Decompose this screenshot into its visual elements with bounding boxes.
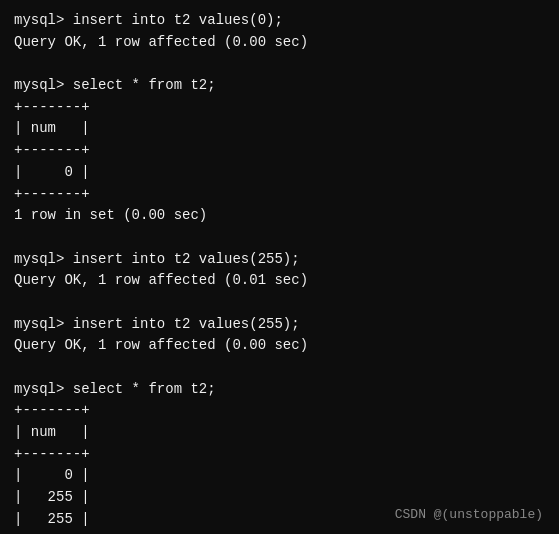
terminal-line: Query OK, 1 row affected (0.01 sec) — [14, 270, 545, 292]
terminal-line: mysql> select * from t2; — [14, 75, 545, 97]
terminal-line: mysql> insert into t2 values(255); — [14, 314, 545, 336]
terminal-line: 1 row in set (0.00 sec) — [14, 205, 545, 227]
terminal-line: mysql> select * from t2; — [14, 379, 545, 401]
terminal-line: Query OK, 1 row affected (0.00 sec) — [14, 335, 545, 357]
terminal-line: +-------+ — [14, 444, 545, 466]
terminal-line: mysql> insert into t2 values(0); — [14, 10, 545, 32]
terminal-line — [14, 357, 545, 379]
terminal-line: +-------+ — [14, 184, 545, 206]
terminal-line: | 255 | — [14, 487, 545, 509]
terminal-line: mysql> insert into t2 values(255); — [14, 249, 545, 271]
terminal-line: +-------+ — [14, 400, 545, 422]
terminal-line — [14, 227, 545, 249]
terminal-line: | 0 | — [14, 465, 545, 487]
watermark-label: CSDN @(unstoppable) — [395, 507, 543, 522]
terminal-line — [14, 292, 545, 314]
terminal-line: | 0 | — [14, 162, 545, 184]
terminal-line: | num | — [14, 422, 545, 444]
terminal-line: +-------+ — [14, 140, 545, 162]
terminal-line: Query OK, 1 row affected (0.00 sec) — [14, 32, 545, 54]
terminal-line: +-------+ — [14, 531, 545, 535]
terminal-line: +-------+ — [14, 97, 545, 119]
terminal-line: | num | — [14, 118, 545, 140]
terminal-window: mysql> insert into t2 values(0);Query OK… — [0, 0, 559, 534]
terminal-line — [14, 53, 545, 75]
